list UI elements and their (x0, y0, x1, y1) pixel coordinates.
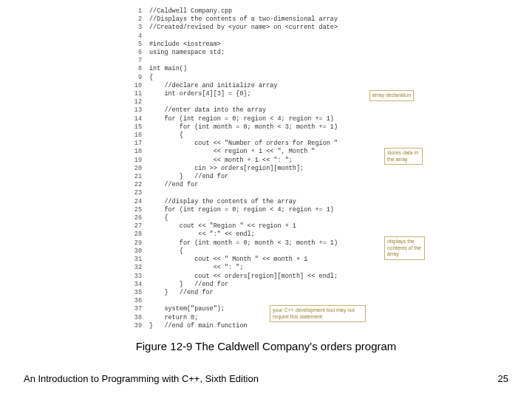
line-number: 6 (126, 49, 142, 57)
code-text: { (142, 74, 153, 82)
code-text (142, 33, 149, 41)
line-number: 23 (126, 189, 142, 197)
code-line: 28 << ":" << endl; (126, 231, 480, 239)
line-number: 26 (126, 214, 142, 222)
code-line: 32 << ": "; (126, 264, 480, 272)
code-line: 5#include <iostream> (126, 41, 480, 49)
code-line: 27 cout << "Region " << region + 1 (126, 222, 480, 231)
code-line: 26 { (126, 214, 480, 222)
line-number: 11 (126, 90, 142, 98)
code-line: 13 //enter data into the array (126, 106, 480, 115)
code-text: cout << "Region " << region + 1 (142, 222, 296, 231)
line-number: 39 (126, 322, 142, 330)
code-line: 16 { (126, 132, 480, 140)
code-text: { (142, 248, 183, 256)
code-line: 19 << month + 1 << ": "; (126, 157, 480, 165)
code-line: 39} //end of main function (126, 322, 480, 330)
code-text: for (int month = 0; month < 3; month += … (142, 123, 338, 132)
line-number: 15 (126, 123, 142, 132)
line-number: 4 (126, 33, 142, 41)
footer-page-number: 25 (498, 373, 508, 384)
line-number: 21 (126, 173, 142, 181)
code-text: system("pause"); (142, 305, 225, 313)
code-line: 36 (126, 297, 480, 305)
line-number: 31 (126, 256, 142, 264)
line-number: 9 (126, 74, 142, 82)
code-text: } //end of main function (142, 322, 248, 330)
line-number: 34 (126, 281, 142, 289)
line-number: 27 (126, 222, 142, 231)
line-number: 30 (126, 248, 142, 256)
line-number: 2 (126, 16, 142, 24)
line-number: 37 (126, 305, 142, 313)
code-line: 21 } //end for (126, 173, 480, 181)
line-number: 20 (126, 165, 142, 173)
code-text: return 0; (142, 314, 198, 322)
code-line: 10 //declare and initialize array (126, 82, 480, 90)
code-line: 20 cin >> orders[region][month]; (126, 165, 480, 173)
code-text: << ":" << endl; (142, 231, 255, 239)
callout-stores-data: stores data in the array (384, 148, 423, 165)
code-text (142, 57, 149, 65)
line-number: 16 (126, 132, 142, 140)
line-number: 29 (126, 239, 142, 248)
code-text (142, 98, 149, 106)
code-line: 12 (126, 98, 480, 106)
line-number: 10 (126, 82, 142, 90)
code-text: } //end for (142, 173, 228, 181)
code-text: << ": "; (142, 264, 244, 272)
line-number: 33 (126, 273, 142, 281)
line-number: 35 (126, 289, 142, 297)
code-text: //Caldwell Company.cpp (142, 7, 232, 16)
code-line: 14 for (int region = 0; region < 4; regi… (126, 115, 480, 123)
code-text: { (142, 214, 168, 222)
code-text: //declare and initialize array (142, 82, 277, 90)
code-text (142, 189, 149, 197)
code-text: } //end for (142, 289, 214, 297)
callout-array-declaration: array declaration (369, 90, 414, 101)
line-number: 32 (126, 264, 142, 272)
code-text: cout << orders[region][month] << endl; (142, 273, 338, 281)
code-line: 8int main() (126, 65, 480, 73)
code-text: int orders[4][3] = {0}; (142, 90, 251, 98)
code-line: 29 for (int month = 0; month < 3; month … (126, 239, 480, 248)
code-line: 31 cout << " Month " << month + 1 (126, 256, 480, 264)
code-text: for (int region = 0; region < 4; region … (142, 206, 334, 214)
code-line: 34 } //end for (126, 281, 480, 289)
line-number: 19 (126, 157, 142, 165)
line-number: 3 (126, 24, 142, 32)
code-line: 35 } //end for (126, 289, 480, 297)
line-number: 17 (126, 140, 142, 148)
code-line: 1//Caldwell Company.cpp (126, 7, 480, 16)
line-number: 18 (126, 148, 142, 156)
line-number: 7 (126, 57, 142, 65)
line-number: 5 (126, 41, 142, 49)
code-text: //display the contents of the array (142, 198, 296, 206)
code-text: << month + 1 << ": "; (142, 157, 293, 165)
code-line: 33 cout << orders[region][month] << endl… (126, 273, 480, 281)
code-line: 18 << region + 1 << ", Month " (126, 148, 480, 156)
code-line: 22 //end for (126, 181, 480, 189)
line-number: 28 (126, 231, 142, 239)
line-number: 36 (126, 297, 142, 305)
line-number: 12 (126, 98, 142, 106)
code-line: 7 (126, 57, 480, 65)
code-line: 2//Displays the contents of a two-dimens… (126, 16, 480, 24)
code-text (142, 297, 149, 305)
code-text: //Displays the contents of a two-dimensi… (142, 16, 338, 24)
callout-system-pause: your C++ development tool may not requir… (270, 305, 366, 322)
code-line: 11 int orders[4][3] = {0}; (126, 90, 480, 98)
code-text: << region + 1 << ", Month " (142, 148, 315, 156)
code-line: 25 for (int region = 0; region < 4; regi… (126, 206, 480, 214)
code-text: cout << " Month " << month + 1 (142, 256, 307, 264)
code-line: 30 { (126, 248, 480, 256)
code-line: 24 //display the contents of the array (126, 198, 480, 206)
code-text: int main() (142, 65, 187, 73)
code-text: { (142, 132, 183, 140)
line-number: 14 (126, 115, 142, 123)
code-line: 23 (126, 189, 480, 197)
code-line: 4 (126, 33, 480, 41)
code-text: cout << "Number of orders for Region " (142, 140, 338, 148)
line-number: 25 (126, 206, 142, 214)
line-number: 13 (126, 106, 142, 115)
